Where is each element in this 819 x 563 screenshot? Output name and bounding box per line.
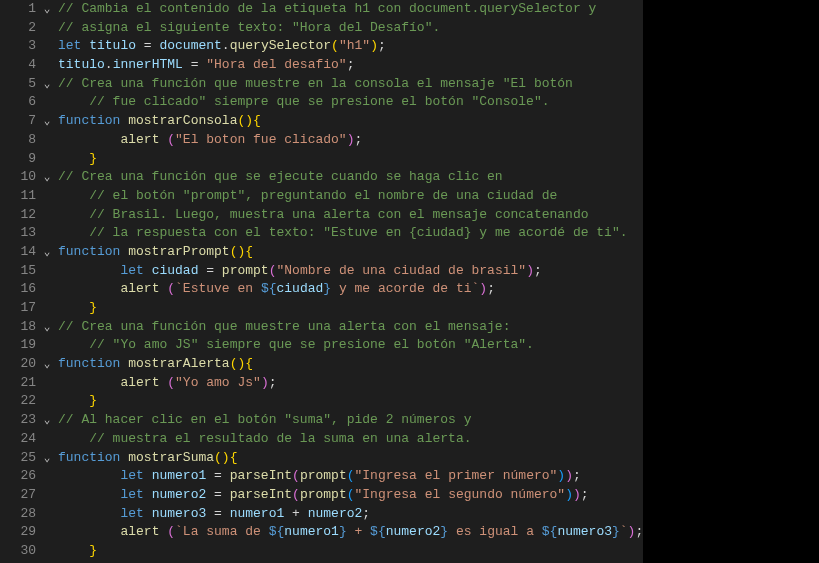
- token-comment: // fue clicado" siempre que se presione …: [89, 94, 549, 109]
- code-line[interactable]: // Cambia el contenido de la etiqueta h1…: [58, 0, 643, 19]
- fold-toggle[interactable]: ⌄: [40, 355, 54, 374]
- code-area[interactable]: // Cambia el contenido de la etiqueta h1…: [54, 0, 643, 563]
- token-brace2: (: [292, 487, 300, 502]
- token-brace1: }: [89, 151, 97, 166]
- code-line[interactable]: alert ("El boton fue clicado");: [58, 131, 643, 150]
- code-line[interactable]: // asigna el siguiente texto: "Hora del …: [58, 19, 643, 38]
- token-brace3: ): [565, 487, 573, 502]
- code-line[interactable]: alert (`Estuve en ${ciudad} y me acorde …: [58, 280, 643, 299]
- code-line[interactable]: // muestra el resultado de la suma en un…: [58, 430, 643, 449]
- token-var: numero1: [230, 506, 285, 521]
- token-var: titulo: [89, 38, 136, 53]
- chevron-down-icon[interactable]: ⌄: [44, 112, 51, 131]
- code-line[interactable]: // Brasil. Luego, muestra una alerta con…: [58, 206, 643, 225]
- token-punct: ;: [378, 38, 386, 53]
- fold-spacer: [40, 523, 54, 542]
- code-line[interactable]: function mostrarConsola(){: [58, 112, 643, 131]
- token-brace2: (: [292, 468, 300, 483]
- token-brace1: }: [89, 300, 97, 315]
- line-number: 11: [0, 187, 36, 206]
- code-line[interactable]: let numero3 = numero1 + numero2;: [58, 505, 643, 524]
- token-tplvar: numero3: [557, 524, 612, 539]
- code-line[interactable]: }: [58, 542, 643, 561]
- chevron-down-icon[interactable]: ⌄: [44, 355, 51, 374]
- fold-toggle[interactable]: ⌄: [40, 318, 54, 337]
- code-line[interactable]: titulo.innerHTML = "Hora del desafio";: [58, 56, 643, 75]
- chevron-down-icon[interactable]: ⌄: [44, 318, 51, 337]
- fold-spacer: [40, 150, 54, 169]
- token-brace3: (: [347, 487, 355, 502]
- token-string: `La suma de: [175, 524, 269, 539]
- token-var: numero2: [152, 487, 207, 502]
- code-line[interactable]: // Crea una función que se ejecute cuand…: [58, 168, 643, 187]
- token-funcname: alert: [120, 281, 167, 296]
- code-line[interactable]: // Crea una función que muestre una aler…: [58, 318, 643, 337]
- code-line[interactable]: }: [58, 392, 643, 411]
- fold-toggle[interactable]: ⌄: [40, 449, 54, 468]
- code-line[interactable]: }: [58, 299, 643, 318]
- code-line[interactable]: // Al hacer clic en el botón "suma", pid…: [58, 411, 643, 430]
- code-line[interactable]: let ciudad = prompt("Nombre de una ciuda…: [58, 262, 643, 281]
- token-punct: ;: [581, 487, 589, 502]
- line-number: 12: [0, 206, 36, 225]
- token-punct: =: [206, 487, 229, 502]
- fold-spacer: [40, 37, 54, 56]
- line-number: 4: [0, 56, 36, 75]
- fold-spacer: [40, 93, 54, 112]
- chevron-down-icon[interactable]: ⌄: [44, 449, 51, 468]
- code-line[interactable]: alert ("Yo amo Js");: [58, 374, 643, 393]
- fold-toggle[interactable]: ⌄: [40, 411, 54, 430]
- token-var: numero3: [152, 506, 207, 521]
- chevron-down-icon[interactable]: ⌄: [44, 168, 51, 187]
- code-line[interactable]: let numero2 = parseInt(prompt("Ingresa e…: [58, 486, 643, 505]
- code-line[interactable]: }: [58, 150, 643, 169]
- chevron-down-icon[interactable]: ⌄: [44, 0, 51, 19]
- token-punct: =: [198, 263, 221, 278]
- line-number: 18: [0, 318, 36, 337]
- token-string: es igual a: [448, 524, 542, 539]
- line-number: 25: [0, 449, 36, 468]
- token-brace2: (: [167, 281, 175, 296]
- token-punct: =: [206, 506, 229, 521]
- chevron-down-icon[interactable]: ⌄: [44, 75, 51, 94]
- line-number: 6: [0, 93, 36, 112]
- code-line[interactable]: // la respuesta con el texto: "Estuve en…: [58, 224, 643, 243]
- token-comment: // Al hacer clic en el botón "suma", pid…: [58, 412, 471, 427]
- code-line[interactable]: let titulo = document.querySelector("h1"…: [58, 37, 643, 56]
- token-prop: innerHTML: [113, 57, 183, 72]
- code-line[interactable]: // Crea una función que muestre en la co…: [58, 75, 643, 94]
- chevron-down-icon[interactable]: ⌄: [44, 411, 51, 430]
- token-string: y me acorde de ti`: [331, 281, 479, 296]
- fold-toggle[interactable]: ⌄: [40, 243, 54, 262]
- line-number: 20: [0, 355, 36, 374]
- token-brace2: ): [261, 375, 269, 390]
- token-string: +: [347, 524, 370, 539]
- code-line[interactable]: function mostrarAlerta(){: [58, 355, 643, 374]
- token-comment: // la respuesta con el texto: "Estuve en…: [89, 225, 627, 240]
- fold-toggle[interactable]: ⌄: [40, 75, 54, 94]
- token-brace1: {: [230, 450, 238, 465]
- line-number: 23: [0, 411, 36, 430]
- token-brace2: ): [565, 468, 573, 483]
- chevron-down-icon[interactable]: ⌄: [44, 243, 51, 262]
- code-line[interactable]: alert (`La suma de ${numero1} + ${numero…: [58, 523, 643, 542]
- code-line[interactable]: let numero1 = parseInt(prompt("Ingresa e…: [58, 467, 643, 486]
- fold-toggle[interactable]: ⌄: [40, 168, 54, 187]
- token-brace1: {: [245, 356, 253, 371]
- code-line[interactable]: function mostrarPrompt(){: [58, 243, 643, 262]
- line-number: 30: [0, 542, 36, 561]
- token-funcname: alert: [120, 375, 167, 390]
- token-string: "El boton fue clicado": [175, 132, 347, 147]
- token-keyword: function: [58, 113, 128, 128]
- token-punct: .: [222, 38, 230, 53]
- code-line[interactable]: // fue clicado" siempre que se presione …: [58, 93, 643, 112]
- code-line[interactable]: function mostrarSuma(){: [58, 449, 643, 468]
- fold-spacer: [40, 542, 54, 561]
- fold-toggle[interactable]: ⌄: [40, 0, 54, 19]
- fold-spacer: [40, 467, 54, 486]
- code-line[interactable]: // el botón "prompt", preguntando el nom…: [58, 187, 643, 206]
- code-editor[interactable]: 1234567891011121314151617181920212223242…: [0, 0, 819, 563]
- code-line[interactable]: // "Yo amo JS" siempre que se presione e…: [58, 336, 643, 355]
- fold-toggle[interactable]: ⌄: [40, 112, 54, 131]
- token-string: "Hora del desafio": [206, 57, 346, 72]
